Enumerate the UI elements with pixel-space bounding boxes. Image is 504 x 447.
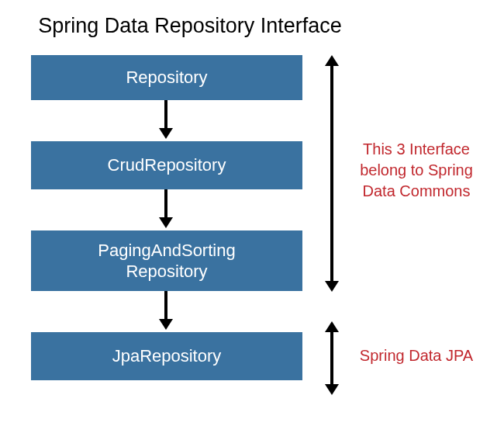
box-label: Repository [126, 67, 207, 88]
bracket-arrow-commons [325, 55, 339, 292]
box-label: JpaRepository [112, 345, 222, 367]
box-label: CrudRepository [108, 154, 226, 176]
flow-arrow-3 [163, 291, 169, 330]
bracket-arrow-jpa [325, 321, 339, 395]
diagram-area: Repository CrudRepository PagingAndSorti… [0, 46, 504, 442]
diagram-title: Spring Data Repository Interface [0, 0, 380, 46]
annotation-commons: This 3 Interface belong to Spring Data C… [350, 139, 482, 202]
box-paging-sorting-repository: PagingAndSorting Repository [31, 230, 302, 291]
annotation-jpa: Spring Data JPA [354, 345, 478, 366]
box-label: PagingAndSorting Repository [98, 240, 235, 282]
box-crud-repository: CrudRepository [31, 141, 302, 189]
flow-arrow-1 [163, 100, 169, 139]
box-jpa-repository: JpaRepository [31, 332, 302, 380]
box-repository: Repository [31, 55, 302, 100]
flow-arrow-2 [163, 189, 169, 228]
